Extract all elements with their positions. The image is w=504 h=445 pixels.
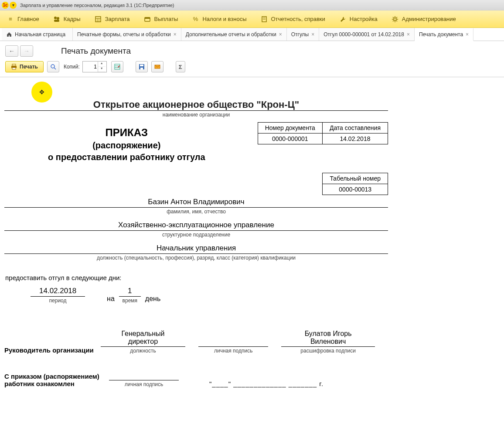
percent-icon: % bbox=[192, 16, 199, 23]
svg-rect-3 bbox=[95, 17, 101, 22]
days-word: день bbox=[141, 295, 165, 304]
print-button[interactable]: Печать bbox=[5, 61, 44, 72]
svg-point-0 bbox=[54, 17, 57, 19]
menu-label: Главное bbox=[17, 16, 39, 22]
period-sublabel: период bbox=[31, 298, 85, 304]
fio-sublabel: фамилия, имя, отчество bbox=[4, 209, 388, 215]
tab-label: Печать документа bbox=[419, 31, 463, 38]
days-sublabel: время bbox=[119, 298, 141, 304]
cursor-highlight bbox=[31, 82, 52, 103]
report-icon bbox=[261, 16, 268, 23]
org-sublabel: наименование организации bbox=[4, 112, 388, 118]
spin-up[interactable]: ▲ bbox=[98, 62, 106, 67]
svg-rect-2 bbox=[54, 20, 59, 22]
doc-title1: ПРИКАЗ bbox=[4, 127, 249, 139]
wrench-icon bbox=[339, 16, 346, 23]
svg-point-1 bbox=[57, 17, 59, 20]
close-icon[interactable]: × bbox=[466, 31, 469, 38]
calc-icon bbox=[95, 16, 102, 23]
ack-sign-blank bbox=[109, 371, 179, 380]
menu-label: Администрирование bbox=[402, 16, 456, 22]
menu-zarplata[interactable]: Зарплата bbox=[88, 10, 137, 27]
tab-print-document[interactable]: Печать документа× bbox=[415, 28, 473, 41]
document-area: Открытое акционерное общество "Крон-Ц" н… bbox=[0, 77, 504, 405]
ack-date-blank: "____" _____________ _______ г. bbox=[209, 380, 324, 387]
spin-down[interactable]: ▼ bbox=[98, 67, 106, 72]
edit-template-button[interactable] bbox=[111, 61, 123, 72]
menu-kadry[interactable]: Кадры bbox=[46, 10, 88, 27]
tab-label: Дополнительные отчеты и обработки bbox=[186, 31, 276, 38]
sum-button[interactable]: Σ bbox=[176, 61, 185, 72]
svg-rect-13 bbox=[12, 64, 16, 66]
sentence: предоставить отгул в следующие дни: bbox=[4, 274, 388, 281]
page-title: Печать документа bbox=[61, 46, 131, 56]
meta-num-header: Номер документа bbox=[258, 123, 322, 134]
meta-date: 14.02.2018 bbox=[322, 134, 388, 144]
svg-rect-8 bbox=[145, 17, 150, 19]
wallet-icon bbox=[144, 16, 151, 23]
menu-otchet[interactable]: Отчетность, справки bbox=[254, 10, 332, 27]
menu-label: Настройка bbox=[350, 16, 378, 22]
copies-input[interactable] bbox=[83, 64, 98, 70]
menu-label: Выплаты bbox=[154, 16, 178, 22]
tabno-header: Табельный номер bbox=[323, 173, 388, 184]
grid-edit-icon bbox=[114, 64, 120, 70]
print-toolbar: Печать Копий: ▲▼ Σ bbox=[0, 58, 504, 77]
org-name: Открытое акционерное общество "Крон-Ц" bbox=[4, 99, 388, 111]
back-button[interactable]: ← bbox=[5, 45, 18, 57]
copies-stepper[interactable]: ▲▼ bbox=[82, 61, 107, 72]
close-icon[interactable]: × bbox=[174, 31, 177, 38]
doc-meta-table: Номер документаДата составления 0000-000… bbox=[258, 122, 388, 144]
dept-sublabel: структурное подразделение bbox=[4, 232, 388, 238]
menu-label: Налоги и взносы bbox=[202, 16, 246, 22]
tab-print-forms[interactable]: Печатные формы, отчеты и обработки× bbox=[73, 28, 181, 41]
post-sublabel: должность (специальность, профессия), ра… bbox=[4, 255, 388, 261]
close-icon[interactable]: × bbox=[407, 31, 410, 38]
people-icon bbox=[53, 16, 60, 23]
head-name-sublabel: расшифровка подписи bbox=[281, 348, 375, 354]
menu-vyplaty[interactable]: Выплаты bbox=[137, 10, 185, 27]
tab-home[interactable]: Начальная страница bbox=[2, 28, 73, 41]
menu-nastroika[interactable]: Настройка bbox=[332, 10, 385, 27]
tab-label: Отгул 0000-000001 от 14.02.2018 bbox=[324, 31, 404, 38]
head-sign-blank bbox=[198, 338, 268, 347]
menu-nalogi[interactable]: %Налоги и взносы bbox=[185, 10, 253, 27]
meta-num: 0000-000001 bbox=[258, 134, 322, 144]
menu-label: Зарплата bbox=[105, 16, 130, 22]
tab-otgul-doc[interactable]: Отгул 0000-000001 от 14.02.2018× bbox=[319, 28, 415, 41]
envelope-icon bbox=[154, 64, 160, 70]
head-pos-sublabel: должность bbox=[101, 348, 186, 354]
menu-main[interactable]: ≡Главное bbox=[0, 10, 46, 27]
menu-admin[interactable]: Администрирование bbox=[385, 10, 463, 27]
period-value: 14.02.2018 bbox=[31, 287, 85, 297]
tab-additional-reports[interactable]: Дополнительные отчеты и обработки× bbox=[181, 28, 287, 41]
tab-label: Отгулы bbox=[291, 31, 309, 38]
ack-label-2: работник ознакомлен bbox=[4, 380, 109, 387]
email-button[interactable] bbox=[151, 61, 163, 72]
forward-button[interactable]: → bbox=[20, 45, 33, 57]
tabs-bar: Начальная страница Печатные формы, отчет… bbox=[0, 28, 504, 41]
document-sheet[interactable]: Открытое акционерное общество "Крон-Ц" н… bbox=[4, 77, 388, 405]
copies-label: Копий: bbox=[64, 64, 80, 70]
tabno-table: Табельный номер 0000-00013 bbox=[322, 173, 388, 195]
close-icon[interactable]: × bbox=[279, 31, 282, 38]
window-title: Зарплата и управление персоналом, редакц… bbox=[20, 3, 174, 8]
sigma-icon: Σ bbox=[179, 64, 182, 70]
head-sign-sublabel: личная подпись bbox=[198, 348, 268, 354]
close-icon[interactable]: × bbox=[311, 31, 314, 38]
menu-label: Отчетность, справки bbox=[271, 16, 325, 22]
ack-label: С приказом (распоряжением) работник озна… bbox=[4, 373, 109, 387]
dropdown-icon[interactable]: ▾ bbox=[10, 2, 17, 9]
meta-date-header: Дата составления bbox=[322, 123, 388, 134]
svg-rect-23 bbox=[140, 68, 143, 69]
tab-label: Начальная страница bbox=[15, 31, 65, 38]
tab-label: Печатные формы, отчеты и обработки bbox=[77, 31, 171, 38]
preview-button[interactable] bbox=[47, 61, 59, 72]
save-button[interactable] bbox=[136, 61, 148, 72]
doc-title3: о предоставлении работнику отгула bbox=[4, 152, 249, 162]
tab-otguly[interactable]: Отгулы× bbox=[287, 28, 320, 41]
ack-sign-sublabel: личная подпись bbox=[109, 381, 179, 387]
dept-value: Хозяйственно-эксплуатационное управление bbox=[4, 221, 388, 231]
nav-row: ← → Печать документа bbox=[0, 41, 504, 58]
head-position: Генеральный директор bbox=[101, 330, 186, 347]
